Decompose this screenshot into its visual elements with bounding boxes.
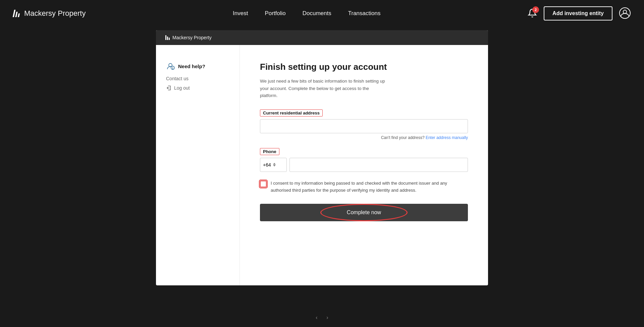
form-subtitle: We just need a few bits of basic informa… — [260, 78, 387, 99]
user-icon-button[interactable] — [619, 7, 631, 20]
modal-logo: Mackersy Property — [165, 35, 212, 40]
logo-text: Mackersy Property — [24, 9, 86, 18]
complete-now-button[interactable]: Complete now — [260, 204, 468, 221]
nav-documents[interactable]: Documents — [303, 10, 331, 17]
complete-btn-wrapper: Complete now — [260, 204, 468, 221]
nav-links: Invest Portfolio Documents Transactions — [233, 10, 380, 17]
address-help-text: Can't find your address? — [381, 135, 425, 140]
form-title: Finish setting up your account — [260, 62, 468, 72]
address-help: Can't find your address? Enter address m… — [260, 135, 468, 140]
address-label: Current residential address — [260, 109, 323, 116]
consent-checkbox-wrapper — [260, 181, 267, 189]
logout-label: Log out — [174, 85, 190, 91]
modal-logo-text: Mackersy Property — [172, 35, 212, 40]
notification-button[interactable]: 2 — [528, 8, 537, 19]
bottom-nav: ‹ › — [313, 314, 331, 322]
nav-portfolio[interactable]: Portfolio — [265, 10, 285, 17]
phone-label: Phone — [260, 148, 279, 155]
prev-arrow[interactable]: ‹ — [313, 314, 321, 322]
address-input[interactable] — [260, 119, 468, 133]
country-code-text: +64 — [263, 162, 271, 168]
top-nav: Mackersy Property Invest Portfolio Docum… — [0, 0, 644, 27]
consent-checkbox[interactable] — [260, 181, 267, 187]
main-content: Mackersy Property Need help? — [0, 27, 644, 327]
enter-address-manually-link[interactable]: Enter address manually — [426, 135, 468, 140]
contact-us-link[interactable]: Contact us — [166, 76, 229, 81]
nav-transactions[interactable]: Transactions — [348, 10, 381, 17]
phone-arrow-down — [273, 165, 276, 167]
notification-badge: 2 — [532, 6, 539, 13]
consent-row: I consent to my information being passed… — [260, 180, 468, 194]
svg-point-1 — [623, 10, 627, 13]
nav-invest[interactable]: Invest — [233, 10, 248, 17]
need-help-section: Need help? Contact us Log out — [166, 62, 229, 95]
add-entity-button[interactable]: Add investing entity — [544, 6, 612, 20]
modal-header: Mackersy Property — [156, 30, 488, 45]
form-area: Finish setting up your account We just n… — [240, 45, 488, 285]
help-icon — [166, 62, 175, 71]
phone-field-group: Phone +64 — [260, 148, 468, 172]
phone-number-input[interactable] — [289, 158, 468, 172]
logo: Mackersy Property — [13, 9, 86, 18]
modal-body: Need help? Contact us Log out Finish set… — [156, 45, 488, 285]
next-arrow[interactable]: › — [323, 314, 331, 322]
phone-country-code[interactable]: +64 — [260, 158, 287, 172]
logo-icon — [13, 10, 19, 17]
modal-logo-bars — [165, 35, 170, 40]
phone-arrow-up — [273, 163, 276, 165]
address-field-group: Current residential address Can't find y… — [260, 109, 468, 140]
need-help-title: Need help? — [166, 62, 229, 71]
phone-arrows — [273, 163, 276, 167]
phone-row: +64 — [260, 158, 468, 172]
svg-point-5 — [172, 68, 173, 69]
logout-icon — [166, 85, 171, 91]
nav-right: 2 Add investing entity — [528, 6, 631, 20]
logout-link[interactable]: Log out — [166, 85, 229, 91]
modal-card: Mackersy Property Need help? — [156, 30, 488, 285]
sidebar: Need help? Contact us Log out — [156, 45, 240, 285]
user-avatar-icon — [619, 7, 631, 19]
consent-text: I consent to my information being passed… — [271, 180, 468, 194]
need-help-label: Need help? — [178, 63, 205, 69]
